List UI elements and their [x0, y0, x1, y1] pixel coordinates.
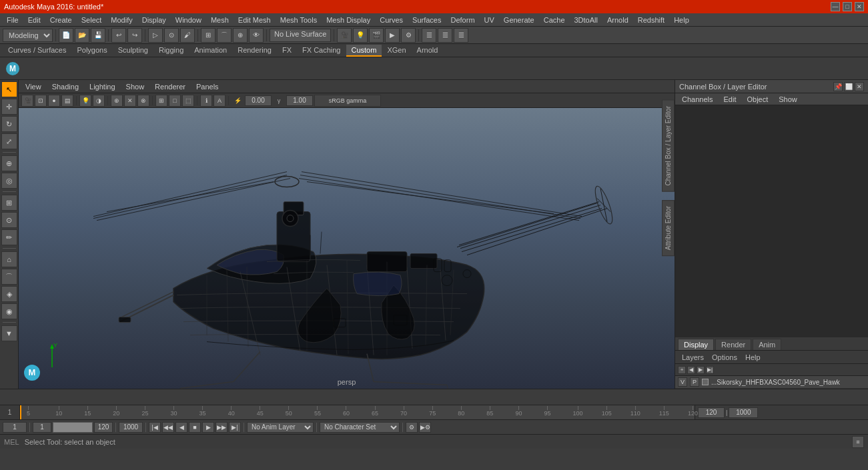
rp-inner-layers[interactable]: Layers — [678, 353, 708, 362]
cb-tab-show[interactable]: Show — [775, 95, 801, 104]
end-frame-input[interactable] — [94, 422, 113, 433]
sculpt3-btn[interactable]: ◈ — [1, 286, 17, 302]
minimize-button[interactable]: — — [831, 2, 840, 11]
scale-tool-btn[interactable]: ⤢ — [1, 133, 17, 149]
shelf-tab-animation[interactable]: Animation — [189, 45, 232, 57]
shelf-tab-rigging[interactable]: Rigging — [153, 45, 189, 57]
show-ui-btn2[interactable]: ☰ — [438, 28, 452, 43]
vp-menu-panels[interactable]: Panels — [192, 82, 223, 91]
snap-view-btn[interactable]: 👁 — [249, 28, 264, 43]
menu-curves[interactable]: Curves — [376, 15, 407, 25]
show-ui-btn3[interactable]: ☰ — [454, 28, 468, 43]
shelf-tab-fx-caching[interactable]: FX Caching — [297, 45, 346, 57]
vp-textured-btn[interactable]: ▤ — [61, 95, 73, 107]
ipr-btn[interactable]: ▶ — [385, 28, 400, 43]
new-scene-btn[interactable]: 📄 — [59, 28, 73, 43]
menu-modify[interactable]: Modify — [107, 15, 136, 25]
step-fwd-btn[interactable]: ▶▶ — [215, 422, 228, 433]
vp-menu-renderer[interactable]: Renderer — [151, 82, 189, 91]
shelf-tab-arnold[interactable]: Arnold — [412, 45, 444, 57]
open-scene-btn[interactable]: 📂 — [75, 28, 89, 43]
timeline-area[interactable]: 1 51015202530354045505560657075808590951… — [0, 405, 868, 419]
vp-res-gate-btn[interactable]: ⬚ — [182, 95, 194, 107]
vp-wireframe-btn[interactable]: ⊡ — [35, 95, 47, 107]
range-bar[interactable] — [53, 422, 93, 433]
menu-mesh-tools[interactable]: Mesh Tools — [276, 15, 321, 25]
rp-tab-anim[interactable]: Anim — [753, 339, 781, 350]
menu-window[interactable]: Window — [171, 15, 205, 25]
show-manip-btn[interactable]: ⊞ — [1, 195, 17, 211]
channel-box-side-tab[interactable]: Channel Box / Layer Editor — [662, 100, 675, 192]
layer-end-btn[interactable]: ▶| — [706, 366, 714, 374]
sculpt4-btn[interactable]: ◉ — [1, 303, 17, 319]
shelf-tab-rendering[interactable]: Rendering — [232, 45, 277, 57]
rp-inner-help[interactable]: Help — [741, 353, 765, 362]
lasso-btn[interactable]: ⊙ — [164, 28, 179, 43]
select-btn[interactable]: ▷ — [148, 28, 163, 43]
vp-gamma-input[interactable] — [286, 95, 313, 106]
move-tool-btn[interactable]: ✛ — [1, 99, 17, 115]
menu-deform[interactable]: Deform — [446, 15, 478, 25]
rp-tab-render[interactable]: Render — [715, 339, 751, 350]
menu-uv[interactable]: UV — [480, 15, 498, 25]
layer-new-btn[interactable]: + — [678, 366, 686, 374]
timeline-end-input[interactable] — [698, 407, 725, 418]
vp-exposure-input[interactable] — [245, 95, 272, 106]
shelf-tab-curves[interactable]: Curves / Surfaces — [3, 45, 71, 57]
layer-playback-check[interactable]: P — [690, 377, 699, 387]
shelf-tab-polygons[interactable]: Polygons — [71, 45, 112, 57]
menu-3dtoall[interactable]: 3DtoAll — [570, 15, 602, 25]
sculpt2-btn[interactable]: ⌒ — [1, 269, 17, 285]
light-btn[interactable]: 💡 — [353, 28, 368, 43]
max-frame-input[interactable] — [119, 422, 143, 433]
shelf-tab-custom[interactable]: Custom — [346, 45, 382, 57]
menu-display[interactable]: Display — [138, 15, 170, 25]
rp-inner-options[interactable]: Options — [708, 353, 741, 362]
vp-aa-btn[interactable]: A — [213, 95, 226, 107]
menu-file[interactable]: File — [3, 15, 23, 25]
menu-mesh[interactable]: Mesh — [207, 15, 233, 25]
menu-redshift[interactable]: Redshift — [634, 15, 669, 25]
redo-btn[interactable]: ↪ — [127, 28, 142, 43]
menu-surfaces[interactable]: Surfaces — [408, 15, 445, 25]
vp-menu-view[interactable]: View — [21, 82, 45, 91]
anim-settings-btn[interactable]: ⚙ — [406, 422, 418, 433]
cb-float-btn[interactable]: ⬜ — [844, 82, 853, 91]
cb-tab-channels[interactable]: Channels — [678, 95, 717, 104]
render-settings-btn[interactable]: ⚙ — [401, 28, 416, 43]
close-button[interactable]: ✕ — [855, 2, 864, 11]
next-key-btn[interactable]: ▶| — [229, 422, 241, 433]
menu-edit-mesh[interactable]: Edit Mesh — [234, 15, 275, 25]
shelf-tab-fx[interactable]: FX — [277, 45, 297, 57]
vp-shadows-btn[interactable]: ◑ — [93, 95, 105, 107]
vp-xray-bones-btn[interactable]: ⊗ — [137, 95, 149, 107]
step-back-btn[interactable]: ◀◀ — [162, 422, 174, 433]
layer-fwd-btn[interactable]: ▶ — [697, 366, 705, 374]
vp-hud-btn[interactable]: ℹ — [200, 95, 212, 107]
vp-isolate-btn[interactable]: ⊕ — [111, 95, 123, 107]
menu-cache[interactable]: Cache — [540, 15, 569, 25]
shelf-tab-xgen[interactable]: XGen — [382, 45, 411, 57]
stop-btn[interactable]: ■ — [189, 422, 201, 433]
character-set-dropdown[interactable]: No Character Set — [320, 422, 400, 433]
snap-grid-btn[interactable]: ⊞ — [201, 28, 215, 43]
menu-select[interactable]: Select — [77, 15, 106, 25]
vp-color-btn[interactable]: sRGB gamma — [314, 95, 381, 107]
cb-close-btn[interactable]: ✕ — [855, 82, 864, 91]
timeline-max-input[interactable] — [729, 407, 758, 418]
menu-mesh-display[interactable]: Mesh Display — [322, 15, 374, 25]
script-editor-btn[interactable]: ≡ — [852, 436, 864, 448]
timeline-ruler[interactable]: 5101520253035404550556065707580859095100… — [20, 405, 695, 419]
vp-film-gate-btn[interactable]: □ — [169, 95, 181, 107]
maximize-button[interactable]: □ — [843, 2, 852, 11]
menu-edit[interactable]: Edit — [24, 15, 45, 25]
render-btn[interactable]: 🎬 — [369, 28, 384, 43]
rotate-tool-btn[interactable]: ↻ — [1, 116, 17, 132]
vp-grid-btn[interactable]: ⊞ — [155, 95, 167, 107]
undo-btn[interactable]: ↩ — [111, 28, 126, 43]
cb-tab-edit[interactable]: Edit — [719, 95, 740, 104]
sculpt-btn[interactable]: ⌂ — [1, 251, 17, 267]
universal-manip-btn[interactable]: ⊕ — [1, 155, 17, 171]
cb-pin-btn[interactable]: 📌 — [833, 82, 843, 91]
shelf-tab-sculpting[interactable]: Sculpting — [113, 45, 153, 57]
